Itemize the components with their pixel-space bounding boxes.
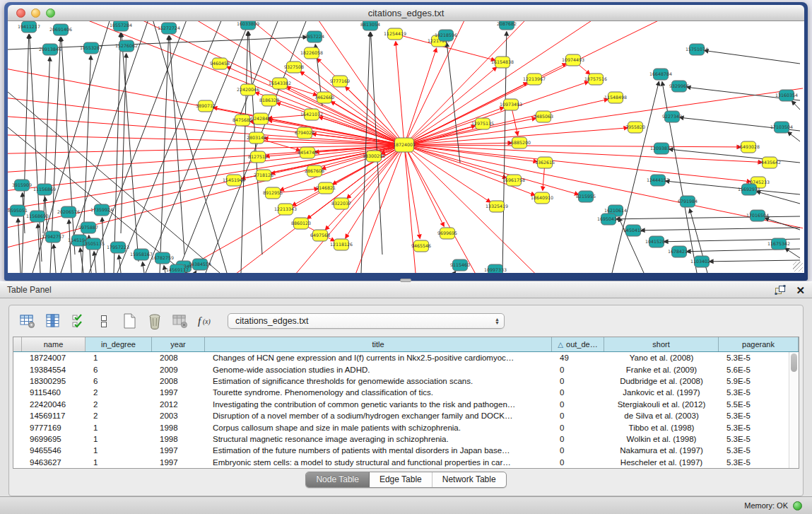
table-panel-titlebar[interactable]: Table Panel ✕	[0, 281, 812, 298]
graph-node[interactable]: 9975887	[78, 222, 98, 233]
graph-node[interactable]: 8475685	[233, 115, 252, 126]
graph-node[interactable]: 10973493	[500, 99, 522, 110]
graph-node[interactable]: 8215955	[576, 191, 596, 202]
table-row[interactable]: 1830029562008Estimation of significance …	[13, 375, 789, 387]
column-header-out_de[interactable]: △out_de…	[552, 337, 604, 351]
graph-node[interactable]: 17103504	[770, 122, 793, 133]
column-header-title[interactable]: title	[205, 337, 552, 351]
graph-node[interactable]: 8813054	[360, 21, 380, 30]
row-height-icon[interactable]	[95, 313, 113, 329]
resize-grip[interactable]	[793, 262, 803, 271]
table-row[interactable]: 946554611997Estimation of the future num…	[13, 445, 789, 456]
graph-node[interactable]: 15451944	[223, 175, 245, 186]
tab-network-table[interactable]: Network Table	[433, 472, 506, 487]
close-panel-icon[interactable]: ✕	[796, 285, 805, 296]
graph-node[interactable]: 3915909	[12, 180, 32, 191]
graph-node[interactable]: 8912955	[263, 187, 283, 199]
column-visibility-icon[interactable]	[44, 313, 62, 329]
tab-node-table[interactable]: Node Table	[306, 472, 370, 487]
graph-node[interactable]: 10553287	[80, 42, 102, 54]
graph-node[interactable]: 8186328	[259, 95, 279, 106]
graph-node[interactable]: 8127512	[248, 151, 268, 163]
graph-node[interactable]: 6791984	[678, 196, 698, 207]
graph-node[interactable]: 16784219	[668, 246, 690, 257]
graph-node[interactable]: 16033809	[237, 21, 259, 30]
graph-node[interactable]: 11548498	[604, 92, 627, 103]
graph-node[interactable]: 6497568	[310, 230, 330, 241]
graph-node[interactable]: 15276062	[115, 40, 138, 52]
graph-node[interactable]: 17016504	[746, 210, 769, 221]
graph-node[interactable]: 8322037	[331, 198, 351, 209]
memory-status-indicator-icon[interactable]	[793, 501, 802, 510]
graph-node[interactable]: 12444157	[647, 175, 669, 186]
table-row[interactable]: 1456911722003Disruption of a novel membe…	[13, 410, 789, 421]
graph-node[interactable]: 9460458	[210, 58, 230, 69]
scrollbar-thumb[interactable]	[791, 354, 797, 372]
citation-network-graph[interactable]: 1872400718226058932750816543382818632892…	[8, 21, 803, 273]
table-row[interactable]: 977716911998Corpus callosum shape and si…	[13, 421, 789, 433]
table-row[interactable]: 911546021997Tourette syndrome. Phenomeno…	[13, 387, 789, 398]
graph-node[interactable]: 20913846	[39, 44, 61, 55]
graph-node[interactable]: 7857224	[305, 31, 324, 42]
select-columns-icon[interactable]	[69, 313, 88, 329]
new-table-icon[interactable]	[120, 313, 139, 329]
graph-node[interactable]: 13325419	[486, 201, 508, 212]
graph-node[interactable]: 18757516	[584, 74, 607, 85]
graph-node[interactable]: 16648784	[649, 69, 672, 80]
graph-node[interactable]: 10415289	[645, 236, 668, 247]
graph-node[interactable]: 8860123	[291, 218, 311, 229]
table-settings-icon[interactable]	[18, 313, 37, 329]
column-header-name[interactable]: name	[22, 337, 86, 351]
graph-node[interactable]: 8454749	[298, 147, 317, 158]
graph-node[interactable]: 16421072	[300, 109, 323, 120]
graph-node[interactable]: 20691406	[49, 24, 72, 35]
graph-node[interactable]: 9777169	[330, 76, 350, 87]
graph-node[interactable]: 9699695	[437, 228, 457, 239]
graph-node[interactable]: 16782759	[151, 252, 174, 264]
graph-node[interactable]: 19411217	[18, 21, 40, 33]
graph-node[interactable]: 7485063	[534, 111, 553, 122]
graph-node[interactable]: 15958167	[130, 249, 153, 260]
graph-node[interactable]: 9227343	[662, 111, 682, 122]
column-header-pagerank[interactable]: pagerank	[719, 337, 799, 351]
graph-node[interactable]: 10557284	[110, 21, 132, 31]
graph-node[interactable]: 2087682	[497, 21, 517, 30]
graph-node[interactable]: 2718126	[254, 170, 273, 181]
graph-node[interactable]: 15751074	[686, 44, 708, 55]
table-row[interactable]: 946362711997Embryonic stem cells: a mode…	[13, 457, 789, 468]
delete-table-icon[interactable]	[146, 313, 164, 329]
window-titlebar[interactable]: citations_edges.txt	[8, 5, 804, 21]
graph-node[interactable]: 2803144	[247, 132, 266, 144]
network-view-canvas[interactable]: 1872400718226058932750816543382818632892…	[8, 21, 804, 273]
graph-node[interactable]: 9327508	[284, 62, 304, 73]
graph-node[interactable]: 7955820	[625, 122, 645, 133]
graph-node[interactable]: 9115460	[450, 259, 470, 271]
graph-node[interactable]: 20206576	[57, 206, 80, 218]
graph-node[interactable]: 9242848	[251, 113, 271, 124]
graph-node[interactable]: 9450412	[623, 225, 643, 236]
vertical-scrollbar[interactable]	[789, 352, 799, 468]
graph-node[interactable]: 12093832	[650, 143, 673, 154]
graph-node[interactable]: 10997333	[484, 264, 507, 273]
graph-node[interactable]: 18226058	[300, 47, 323, 59]
graph-node[interactable]: 15885200	[508, 137, 531, 148]
column-header-year[interactable]: year	[152, 337, 205, 351]
graph-node[interactable]: 3890712	[196, 100, 216, 112]
graph-node[interactable]: 11254419	[384, 28, 406, 40]
graph-node[interactable]: 18640910	[531, 192, 553, 204]
table-selector-dropdown[interactable]: citations_edges.txt ▲▼	[228, 313, 505, 329]
graph-node[interactable]: 9146821	[316, 182, 336, 194]
tab-edge-table[interactable]: Edge Table	[370, 472, 433, 487]
graph-node[interactable]: 1362615	[535, 157, 555, 168]
table-row[interactable]: 969969511998Structural magnetic resonanc…	[13, 433, 789, 445]
table-row[interactable]: 1872400712008Changes of HCN gene express…	[13, 352, 789, 363]
table-row[interactable]: 1938455462009Genome-wide association stu…	[13, 363, 789, 375]
graph-node[interactable]: 9329966	[669, 81, 689, 92]
function-builder-icon[interactable]: f(x)	[196, 313, 215, 329]
graph-node[interactable]: 15493028	[737, 141, 760, 153]
delete-column-icon[interactable]	[171, 313, 189, 329]
graph-node[interactable]: 2867608	[305, 165, 324, 177]
graph-node[interactable]: 6794024	[295, 127, 314, 139]
column-header-in_degree[interactable]: in_degree	[86, 337, 152, 351]
graph-node[interactable]: 9465546	[411, 240, 431, 252]
